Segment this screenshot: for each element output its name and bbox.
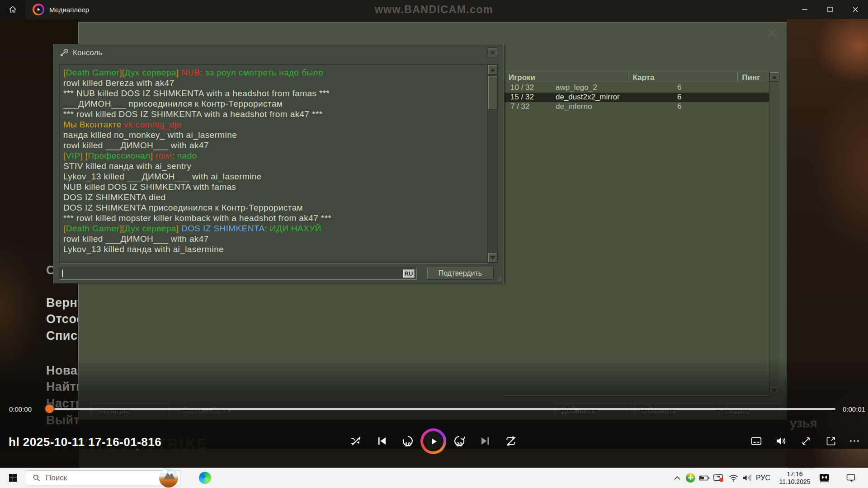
video-filename: hl 2025-10-11 17-16-01-816 <box>9 435 161 449</box>
previous-icon <box>377 436 387 446</box>
console-line: rowl killed Bereza with ak47 <box>63 78 484 88</box>
play-icon <box>429 437 438 446</box>
previous-button[interactable] <box>372 431 392 451</box>
language-badge: RU <box>403 269 415 278</box>
tray-battery[interactable] <box>698 468 711 488</box>
scroll-up-button[interactable] <box>769 72 779 82</box>
console-line: [Death Gamer][Дух сервера] DOS IZ SHIMKE… <box>63 223 484 234</box>
more-options-button[interactable] <box>844 431 864 451</box>
game-menu-item[interactable]: Верну <box>46 296 78 310</box>
mini-player-button[interactable] <box>821 431 841 451</box>
server-row[interactable]: 7 / 32de_inferno6 <box>504 102 769 112</box>
confirm-button[interactable]: Подтвердить <box>427 267 494 280</box>
dialog-close-icon[interactable] <box>767 28 778 38</box>
console-line: *** rowl killed DOS IZ SHIMKENTA with a … <box>63 109 484 119</box>
console-line: [VIP] [Профессионал] rowl: nado <box>63 150 484 161</box>
mini-player-icon <box>826 436 836 446</box>
console-scrollbar[interactable] <box>487 64 498 263</box>
console-line: ___ДИМОН___ присоединился к Контр-Террор… <box>63 99 484 109</box>
next-icon <box>480 436 491 446</box>
chevron-up-icon <box>674 476 680 480</box>
console-line: Lykov_13 killed ___ДИМОН___ with ai_lase… <box>63 171 484 182</box>
close-button[interactable] <box>843 0 868 19</box>
console-line: DOS IZ SHIMKENTA died <box>63 192 484 202</box>
tray-bandicam[interactable] <box>816 468 832 488</box>
console-line: *** rowl killed mopster killer komback w… <box>63 213 484 223</box>
console-line: rowl killed ___ДИМОН___ with ak47 <box>63 140 484 150</box>
media-player-titlebar: Медиаплеер www.BANDICAM.com <box>0 0 868 19</box>
bandicam-watermark: www.BANDICAM.com <box>0 0 868 19</box>
language-indicator: РУС <box>756 474 770 482</box>
security-icon <box>686 473 695 483</box>
server-row[interactable]: 15 / 32de_dust2x2_mirror6 <box>504 93 769 102</box>
speaker-icon <box>742 474 752 482</box>
forward-30-button[interactable]: 30 <box>449 431 469 451</box>
window-controls <box>792 0 868 19</box>
search-placeholder: Поиск <box>46 474 67 483</box>
notification-icon <box>846 474 855 482</box>
notification-center-button[interactable] <box>842 468 860 488</box>
console-line: панда killed no_monkey_ with ai_lasermin… <box>63 130 484 140</box>
taskbar-search[interactable]: Поиск <box>26 470 180 485</box>
rewind-10-button[interactable]: 10 <box>398 431 418 451</box>
shuffle-off-icon <box>350 435 362 447</box>
play-button[interactable] <box>420 428 446 454</box>
forward-amount: 30 <box>449 441 469 448</box>
play-button-inner <box>423 431 443 451</box>
console-scroll-thumb[interactable] <box>488 75 497 110</box>
tray-clock[interactable]: 17:16 11.10.2025 <box>776 468 814 488</box>
console-scroll-down[interactable] <box>488 253 497 263</box>
screen: Медиаплеер www.BANDICAM.com СлужВернуОтс… <box>0 0 868 488</box>
header-map[interactable]: Карта <box>628 72 737 82</box>
search-icon <box>33 474 40 482</box>
console-scroll-up[interactable] <box>488 65 497 75</box>
header-players[interactable]: Игроки <box>504 72 628 82</box>
tray-volume[interactable] <box>740 468 755 488</box>
console-line: [Death Gamer][Дух сервера] NUB: за роул … <box>63 67 484 78</box>
edge-icon <box>199 472 211 484</box>
clock-date: 11.10.2025 <box>779 478 810 486</box>
battery-icon <box>699 475 710 481</box>
maximize-button[interactable] <box>817 0 843 19</box>
console-close-button[interactable]: ✕ <box>487 47 498 57</box>
scroll-up-icon <box>772 75 777 79</box>
console-titlebar: Консоль <box>60 48 102 57</box>
tray-security-app[interactable] <box>684 468 697 488</box>
subtitles-button[interactable] <box>746 431 766 451</box>
fullscreen-button[interactable] <box>796 431 816 451</box>
seek-bar[interactable] <box>49 408 835 410</box>
tray-language[interactable]: РУС <box>754 468 772 488</box>
next-button[interactable] <box>475 431 495 451</box>
console-log[interactable]: [Death Gamer][Дух сервера] NUB: за роул … <box>59 64 488 263</box>
repeat-off-icon <box>505 435 517 447</box>
server-list-scrollbar[interactable] <box>769 72 779 395</box>
header-ping[interactable]: Пинг <box>737 72 769 82</box>
game-menu-item[interactable]: Отсое <box>46 312 78 327</box>
console-line: rowl killed ___ДИМОН___ with ak47 <box>63 234 484 244</box>
start-button[interactable] <box>4 468 22 488</box>
minimize-button[interactable] <box>792 0 817 19</box>
game-menu-item[interactable]: Списо <box>46 329 78 343</box>
rewind-amount: 10 <box>398 441 418 448</box>
clock-time: 17:16 <box>779 470 810 478</box>
subtitles-icon <box>750 435 762 447</box>
console-input[interactable]: RU <box>59 267 416 279</box>
more-icon <box>849 436 860 446</box>
console-line: NUB killed DOS IZ SHIMKENTA with famas <box>63 182 484 192</box>
resize-grip[interactable] <box>495 275 502 281</box>
tray-expand-button[interactable] <box>670 468 684 488</box>
recorder-screen-icon <box>713 474 724 482</box>
weather-widget-icon[interactable] <box>159 469 178 488</box>
tray-screen-recorder[interactable] <box>712 468 726 488</box>
console-line: *** NUB killed DOS IZ SHIMKENTA with a h… <box>63 88 484 99</box>
bandicam-tray-icon <box>819 474 830 483</box>
volume-button[interactable] <box>771 431 791 451</box>
taskbar-app-edge[interactable] <box>195 468 215 488</box>
seek-thumb[interactable] <box>45 404 54 413</box>
console-line: STIV killed панда with ai_sentry <box>63 161 484 171</box>
tray-wifi[interactable] <box>726 468 740 488</box>
console-line: Lykov_13 killed панда with ai_lasermine <box>63 244 484 254</box>
shuffle-button[interactable] <box>346 431 366 451</box>
server-row[interactable]: 10 / 32awp_lego_26 <box>504 83 769 93</box>
repeat-button[interactable] <box>501 431 521 451</box>
